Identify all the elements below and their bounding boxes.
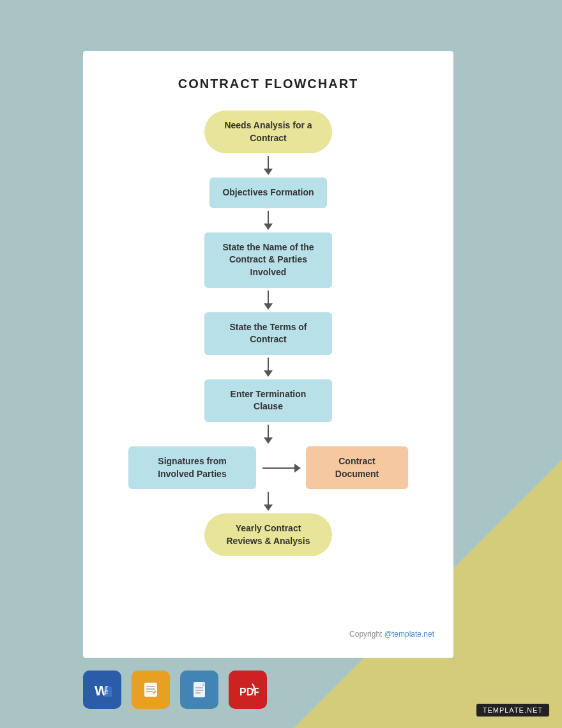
needs-analysis-node: Needs Analysis for a Contract xyxy=(204,110,332,153)
termination-node: Enter Termination Clause xyxy=(204,379,332,422)
arrow-1 xyxy=(264,156,273,175)
google-docs-icon[interactable] xyxy=(180,671,218,709)
microsoft-word-icon[interactable]: W ≡ xyxy=(83,671,121,709)
objectives-node: Objectives Formation xyxy=(209,178,326,208)
adobe-pdf-icon[interactable]: PDF xyxy=(229,671,267,709)
yearly-review-node: Yearly Contract Reviews & Analysis xyxy=(204,513,332,556)
state-name-node: State the Name of the Contract & Parties… xyxy=(204,232,332,288)
signatures-node: Signatures from Involved Parties xyxy=(128,446,256,489)
arrow-3 xyxy=(264,291,273,310)
svg-rect-5 xyxy=(144,683,157,697)
arrow-6 xyxy=(264,492,273,511)
apple-pages-icon[interactable] xyxy=(132,671,170,709)
svg-text:≡: ≡ xyxy=(105,688,109,695)
app-icons-bar: W ≡ PDF xyxy=(83,671,267,709)
main-card: CONTRACT FLOWCHART Needs Analysis for a … xyxy=(83,51,453,658)
arrow-2 xyxy=(264,211,273,230)
signatures-row: Signatures from Involved Parties Contrac… xyxy=(128,446,408,489)
side-arrow xyxy=(262,464,301,473)
svg-text:PDF: PDF xyxy=(239,686,259,697)
arrow-4 xyxy=(264,358,273,377)
chart-title: CONTRACT FLOWCHART xyxy=(178,77,359,91)
copyright-text: Copyright @template.net xyxy=(102,630,434,639)
arrow-5 xyxy=(264,425,273,444)
state-terms-node: State the Terms of Contract xyxy=(204,312,332,355)
flowchart: Needs Analysis for a Contract Objectives… xyxy=(102,110,434,617)
contract-document-node: Contract Document xyxy=(306,446,408,489)
template-badge: TEMPLATE.NET xyxy=(476,704,549,717)
copyright-link: @template.net xyxy=(384,630,434,639)
